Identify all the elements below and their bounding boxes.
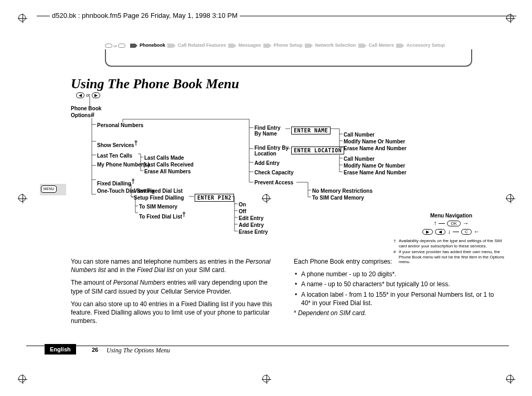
nav-phone-setup: Phone Setup — [272, 43, 305, 48]
body-p2: The amount of Personal Numbers entries w… — [71, 278, 278, 295]
footnote-1: Availability depends on the type and set… — [399, 238, 502, 248]
body-li2: A name - up to 50 characters* but typica… — [294, 280, 501, 288]
body-p4: Each Phone Book entry comprises: — [294, 257, 501, 266]
nav-phonebook: Phonebook — [137, 43, 167, 48]
footer-rule — [26, 346, 509, 348]
nav-call-features: Call Related Features — [176, 43, 228, 48]
ok-key: OK — [447, 221, 461, 226]
body-p1: You can store names and telephone number… — [71, 257, 278, 274]
nav-or: or — [113, 44, 117, 48]
document-header: d520.bk : phnbook.fm5 Page 26 Friday, Ma… — [50, 12, 240, 19]
body-p5: * Dependent on SIM card. — [294, 309, 501, 317]
page-title: Using The Phone Book Menu — [71, 76, 239, 92]
body-columns: You can store names and telephone number… — [71, 257, 501, 329]
c-key: C — [461, 229, 472, 235]
body-li1: A phone number - up to 20 digits*. — [294, 270, 501, 278]
body-li3: A location label - from 1 to 155* in you… — [294, 290, 501, 307]
breadcrumb-nav: or Phonebook Call Related Features Messa… — [105, 42, 472, 68]
page-number: 26 — [92, 347, 98, 353]
nav-messages: Messages — [237, 43, 263, 48]
footer-section: Using The Options Menu — [107, 347, 170, 355]
body-p3: You can also store up to 40 entries in a… — [71, 300, 278, 326]
nav-network: Network Selection — [313, 43, 358, 48]
menu-key-icon: MENU — [41, 185, 57, 193]
nav-call-meters: Call Meters — [367, 43, 396, 48]
nav-legend-title: Menu Navigation — [393, 213, 509, 218]
language-tag: English — [45, 344, 76, 355]
nav-accessory: Accessory Setup — [405, 43, 447, 48]
